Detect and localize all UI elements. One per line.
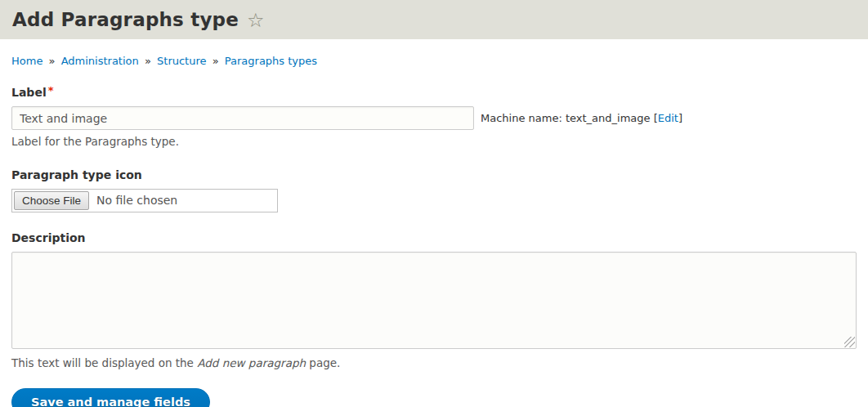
breadcrumb-link-paragraphs-types[interactable]: Paragraphs types (225, 55, 317, 67)
description-help-text: This text will be displayed on the Add n… (11, 356, 857, 369)
machine-name-bracket-close: ] (678, 112, 682, 124)
breadcrumb: Home » Administration » Structure » Para… (11, 55, 857, 67)
favorite-star-icon[interactable]: ☆ (247, 11, 265, 30)
breadcrumb-separator: » (213, 55, 219, 67)
main-content: Home » Administration » Structure » Para… (0, 55, 868, 407)
label-field-description: Label for the Paragraphs type. (11, 135, 857, 150)
icon-form-item: Paragraph type icon Choose File No file … (11, 167, 857, 212)
save-and-manage-fields-button[interactable]: Save and manage fields (11, 388, 210, 407)
form-actions: Save and manage fields (11, 388, 857, 407)
icon-field-label: Paragraph type icon (11, 168, 142, 181)
help-prefix: This text will be displayed on the (11, 356, 197, 369)
breadcrumb-separator: » (145, 55, 151, 67)
label-form-item: Label* Machine name: text_and_image [Edi… (11, 84, 857, 150)
help-suffix: page. (306, 356, 340, 369)
machine-name-prefix: Machine name: (481, 112, 566, 124)
file-status-text: No file chosen (96, 194, 177, 207)
label-field-label: Label (11, 86, 47, 99)
description-field-label: Description (11, 231, 86, 244)
machine-name-edit-link[interactable]: Edit (658, 112, 678, 124)
description-form-item: Description This text will be displayed … (11, 230, 857, 369)
page-header: Add Paragraphs type ☆ (0, 0, 868, 39)
breadcrumb-link-home[interactable]: Home (11, 55, 43, 67)
page-title: Add Paragraphs type (12, 9, 239, 30)
machine-name-value: text_and_image (566, 112, 651, 124)
file-input[interactable]: Choose File No file chosen (11, 189, 278, 212)
machine-name-text: Machine name: text_and_image [Edit] (481, 112, 682, 124)
breadcrumb-link-administration[interactable]: Administration (61, 55, 139, 67)
breadcrumb-link-structure[interactable]: Structure (157, 55, 206, 67)
required-marker: * (48, 84, 54, 96)
description-textarea[interactable] (11, 252, 857, 349)
label-input[interactable] (11, 106, 474, 130)
textarea-resize-handle[interactable] (844, 337, 855, 347)
breadcrumb-separator: » (49, 55, 56, 67)
help-italic: Add new paragraph (197, 356, 306, 369)
choose-file-button[interactable]: Choose File (14, 191, 89, 210)
